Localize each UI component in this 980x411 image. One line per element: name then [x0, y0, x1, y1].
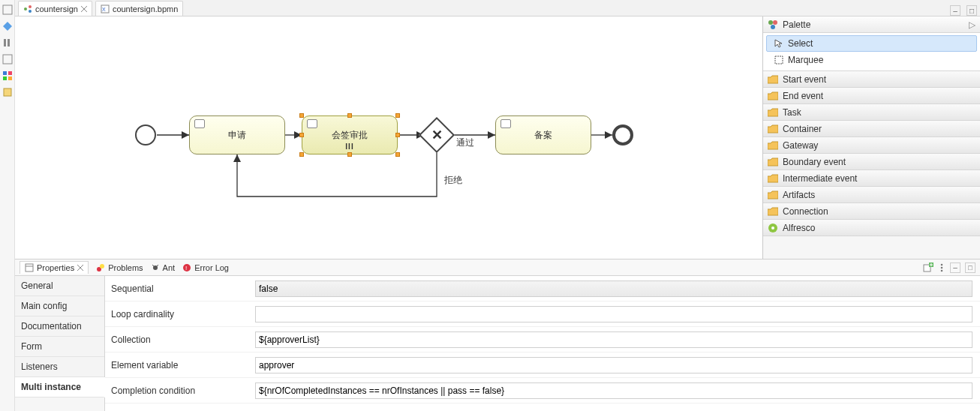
editor-tabbar: countersign X countersign.bpmn – □ — [15, 0, 980, 16]
field-label-element-variable: Element variable — [105, 352, 255, 378]
palette-header[interactable]: Palette ▷ — [763, 16, 980, 33]
activity-item[interactable] — [2, 4, 13, 15]
editor-tab-bpmn-file[interactable]: X countersign.bpmn — [95, 1, 183, 16]
folder-icon — [768, 108, 778, 117]
field-input-collection[interactable] — [255, 332, 972, 348]
bpmn-user-task-apply[interactable]: 申请 — [189, 116, 285, 154]
view-tab-problems[interactable]: Problems — [96, 263, 143, 272]
palette-category-label: Connection — [783, 206, 828, 217]
selection-handle[interactable] — [395, 133, 400, 137]
bpmn-end-event[interactable] — [612, 124, 633, 146]
svg-point-44 — [941, 266, 943, 268]
palette-tool-select[interactable]: Select — [766, 35, 977, 52]
activity-item[interactable] — [2, 21, 13, 32]
folder-icon — [768, 190, 778, 200]
palette-category-alfresco[interactable]: Alfresco — [763, 220, 980, 236]
svg-rect-25 — [775, 56, 783, 64]
minimize-editor-button[interactable]: – — [950, 5, 960, 16]
palette-category-label: Boundary event — [783, 157, 846, 167]
field-input-element-variable[interactable] — [255, 357, 972, 374]
svg-rect-4 — [3, 55, 12, 64]
palette-category-connection[interactable]: Connection — [763, 203, 980, 220]
selection-handle[interactable] — [299, 113, 304, 118]
folder-icon — [768, 75, 778, 84]
marquee-icon — [774, 56, 783, 64]
svg-rect-3 — [8, 39, 10, 46]
palette-category-label: Container — [783, 124, 822, 134]
view-tab-error-log[interactable]: ! Error Log — [182, 263, 229, 272]
task-label: 备案 — [534, 129, 552, 142]
activity-item[interactable] — [2, 54, 13, 64]
svg-line-35 — [152, 265, 154, 266]
palette-category-label: Intermediate event — [783, 173, 857, 184]
svg-marker-1 — [3, 22, 12, 31]
side-tab-general[interactable]: General — [15, 276, 104, 296]
minimize-view-button[interactable]: – — [950, 262, 960, 273]
editor-tab-countersign[interactable]: countersign — [18, 1, 92, 16]
svg-point-27 — [771, 226, 774, 230]
side-tab-main-config[interactable]: Main config — [15, 296, 104, 316]
selection-handle[interactable] — [299, 152, 304, 157]
svg-point-24 — [771, 25, 775, 29]
bpmn-user-task-countersign[interactable]: 会签审批 III — [302, 116, 398, 154]
bpmn-user-task-record[interactable]: 备案 — [495, 116, 591, 154]
palette-category-container[interactable]: Container — [763, 121, 980, 137]
selection-handle[interactable] — [299, 133, 304, 137]
field-label-loop-cardinality: Loop cardinality — [105, 302, 255, 327]
activity-item[interactable] — [2, 70, 13, 81]
palette-category-end-event[interactable]: End event — [763, 88, 980, 104]
palette-category-label: Start event — [783, 74, 826, 85]
view-tab-ant[interactable]: Ant — [151, 263, 176, 272]
selection-handle[interactable] — [395, 152, 400, 157]
view-tab-label: Properties — [37, 263, 74, 272]
selection-handle[interactable] — [395, 113, 400, 118]
folder-icon — [768, 207, 778, 216]
selection-handle[interactable] — [347, 152, 352, 157]
view-tab-label: Problems — [108, 263, 143, 272]
svg-point-33 — [100, 264, 104, 268]
folder-icon — [768, 141, 778, 150]
palette-category-start-event[interactable]: Start event — [763, 71, 980, 88]
view-tab-properties[interactable]: Properties — [20, 261, 89, 274]
side-tab-listeners[interactable]: Listeners — [15, 357, 104, 377]
activity-item[interactable] — [2, 38, 13, 48]
side-tab-multi-instance[interactable]: Multi instance — [15, 377, 105, 398]
close-icon[interactable] — [81, 6, 87, 12]
svg-text:X: X — [102, 7, 106, 12]
palette-category-artifacts[interactable]: Artifacts — [763, 187, 980, 203]
bpmn-canvas[interactable]: 申请 会签审批 III ✕ 通过 — [15, 16, 762, 259]
new-view-icon[interactable] — [923, 262, 933, 273]
side-tab-documentation[interactable]: Documentation — [15, 316, 104, 337]
view-tab-label: Error Log — [194, 263, 229, 272]
palette-title-text: Palette — [783, 20, 810, 30]
svg-rect-5 — [3, 71, 7, 75]
maximize-editor-button[interactable]: □ — [966, 5, 977, 16]
field-input-loop-cardinality[interactable] — [255, 306, 972, 322]
side-tab-form[interactable]: Form — [15, 337, 104, 357]
palette-category-label: Alfresco — [783, 223, 815, 233]
close-icon[interactable] — [77, 265, 83, 271]
bpmn-start-event[interactable] — [135, 124, 156, 146]
field-input-completion-condition[interactable] — [255, 382, 972, 399]
folder-icon — [768, 158, 778, 166]
maximize-view-button[interactable]: □ — [965, 262, 975, 273]
palette-category-gateway[interactable]: Gateway — [763, 137, 980, 154]
xml-file-icon: X — [101, 4, 110, 14]
palette-category-boundary-event[interactable]: Boundary event — [763, 154, 980, 170]
svg-point-22 — [768, 20, 773, 25]
task-label: 申请 — [228, 129, 246, 142]
view-menu-icon[interactable] — [938, 262, 945, 273]
field-input-sequential[interactable] — [255, 280, 972, 297]
palette-category-label: End event — [783, 91, 823, 101]
svg-point-10 — [24, 8, 27, 10]
bpmn-exclusive-gateway[interactable]: ✕ — [419, 117, 455, 153]
palette-category-task[interactable]: Task — [763, 104, 980, 121]
user-task-icon — [307, 119, 317, 128]
palette-category-intermediate-event[interactable]: Intermediate event — [763, 170, 980, 187]
activity-item[interactable] — [2, 87, 13, 98]
palette-tool-marquee[interactable]: Marquee — [766, 52, 977, 68]
svg-point-43 — [941, 263, 943, 266]
chevron-right-icon[interactable]: ▷ — [969, 20, 975, 30]
activity-bar — [0, 0, 15, 411]
selection-handle[interactable] — [347, 113, 352, 118]
